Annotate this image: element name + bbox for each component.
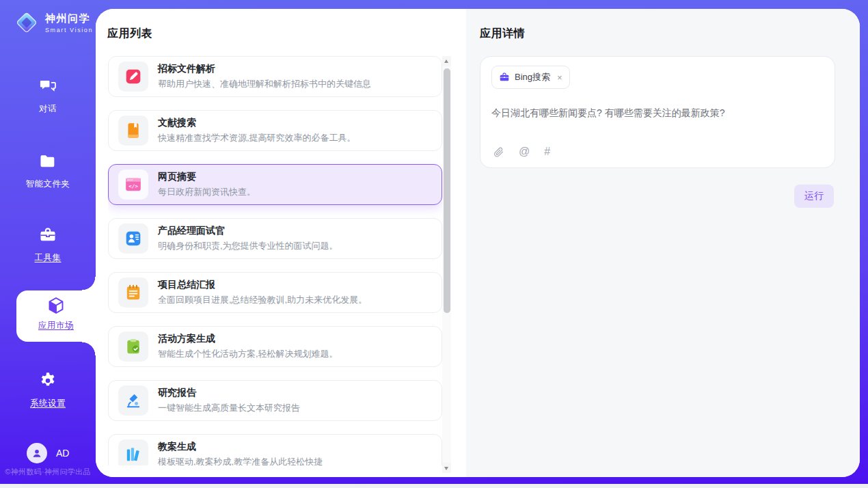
chat-icon [38, 77, 57, 96]
app-list-item[interactable]: 活动方案生成 智能生成个性化活动方案,轻松解决规划难题。 [108, 326, 442, 367]
sidebar-item-toolset[interactable]: 工具集 [0, 226, 96, 264]
active-tab-curve-bottom [82, 342, 96, 355]
prompt-card: Bing搜索 × 今日湖北有哪些新闻要点? 有哪些需要关注的最新政策? @ # [480, 56, 835, 168]
app-name: 产品经理面试官 [158, 225, 338, 237]
app-description: 帮助用户快速、准确地理解和解析招标书中的关键信息 [158, 78, 371, 90]
app-description: 每日政府新闻资讯快查。 [158, 186, 256, 198]
prompt-input[interactable]: 今日湖北有哪些新闻要点? 有哪些需要关注的最新政策? [491, 107, 824, 120]
interview-icon [118, 223, 148, 254]
app-list-item[interactable]: 教案生成 模板驱动,教案秒成,教学准备从此轻松快捷 [108, 434, 442, 465]
sidebar-item-settings[interactable]: 系统设置 [0, 371, 96, 409]
tool-chip-label: Bing搜索 [515, 71, 550, 83]
app-name: 教案生成 [158, 441, 323, 453]
app-list-panel: 应用列表 招标文件解析 帮助用户快速、准确地理解和解析招标书中的关键信息 文献搜… [96, 9, 466, 477]
app-description: 全面回顾项目进展,总结经验教训,助力未来优化发展。 [158, 294, 367, 306]
prompt-toolbar: @ # [493, 146, 550, 158]
sidebar-item-label: 智能文件夹 [0, 178, 96, 190]
app-detail-panel: 应用详情 Bing搜索 × 今日湖北有哪些新闻要点? 有哪些需要关注的最新政策? [466, 9, 860, 477]
gear-icon [38, 371, 57, 390]
app-name: 项目总结汇报 [158, 279, 367, 291]
note-icon [118, 277, 148, 308]
app-detail-title: 应用详情 [480, 27, 525, 41]
sidebar-item-label: 应用市场 [16, 320, 96, 331]
sidebar-item-label: 系统设置 [0, 398, 96, 409]
sidebar-item-label: 对话 [0, 103, 96, 115]
diamond-logo-icon [14, 10, 40, 36]
doc-edit-icon [118, 62, 148, 92]
sidebar-item-smart-folder[interactable]: 智能文件夹 [0, 152, 96, 190]
user-name: AD [56, 448, 69, 459]
app-description: 一键智能生成高质量长文本研究报告 [158, 402, 300, 414]
clipboard-check-icon [118, 331, 148, 362]
app-list-item[interactable]: 产品经理面试官 明确身份和职责,为您提供专业性的面试问题。 [108, 218, 442, 259]
app-list-item[interactable]: 研究报告 一键智能生成高质量长文本研究报告 [108, 380, 442, 421]
books-icon [118, 439, 148, 465]
folder-icon [38, 152, 57, 171]
paperclip-icon[interactable] [493, 146, 504, 158]
app-list-title: 应用列表 [107, 27, 152, 41]
app-list-item[interactable]: </> 网页摘要 每日政府新闻资讯快查。 [108, 164, 442, 205]
main-window: 应用列表 招标文件解析 帮助用户快速、准确地理解和解析招标书中的关键信息 文献搜… [96, 9, 860, 477]
tool-chip-bing-search[interactable]: Bing搜索 × [491, 66, 570, 89]
briefcase-icon [499, 72, 510, 83]
app-description: 快速精准查找学术资源,提高研究效率的必备工具。 [158, 132, 356, 144]
user-account[interactable]: AD [27, 443, 69, 463]
app-list-item[interactable]: 招标文件解析 帮助用户快速、准确地理解和解析招标书中的关键信息 [108, 56, 442, 97]
app-description: 智能生成个性化活动方案,轻松解决规划难题。 [158, 348, 338, 360]
avatar [27, 443, 47, 463]
app-list-item[interactable]: 文献搜索 快速精准查找学术资源,提高研究效率的必备工具。 [108, 110, 442, 151]
scroll-up-icon[interactable] [442, 56, 451, 66]
book-icon [118, 116, 148, 146]
sidebar-item-chat[interactable]: 对话 [0, 77, 96, 115]
toolbox-icon [38, 226, 57, 245]
mention-icon[interactable]: @ [519, 146, 530, 158]
sidebar-item-app-market[interactable]: 应用市场 [16, 290, 96, 342]
cube-icon [46, 295, 66, 316]
copyright-text: ©神州数码·神州问学出品 [0, 467, 96, 477]
brand-name: 神州问学 [45, 12, 93, 25]
scroll-down-icon[interactable] [442, 463, 451, 473]
svg-text:</>: </> [128, 183, 138, 189]
app-name: 招标文件解析 [158, 63, 371, 75]
scrollbar-thumb[interactable] [444, 68, 450, 313]
browser-code-icon: </> [118, 170, 148, 200]
person-icon [30, 446, 44, 460]
sidebar-item-label: 工具集 [0, 252, 96, 264]
close-icon[interactable]: × [557, 73, 562, 82]
app-list-item[interactable]: 项目总结汇报 全面回顾项目进展,总结经验教训,助力未来优化发展。 [108, 272, 442, 313]
app-list: 招标文件解析 帮助用户快速、准确地理解和解析招标书中的关键信息 文献搜索 快速精… [108, 56, 442, 465]
research-icon [118, 385, 148, 416]
app-description: 明确身份和职责,为您提供专业性的面试问题。 [158, 240, 338, 252]
app-name: 文献搜索 [158, 117, 356, 129]
app-name: 研究报告 [158, 387, 300, 399]
active-tab-curve-top [82, 277, 96, 290]
app-frame: 神州问学 Smart Vision 对话 智能文件夹 工具集 应用市场 [0, 0, 868, 484]
app-name: 网页摘要 [158, 171, 256, 183]
brand-logo: 神州问学 Smart Vision [14, 10, 93, 36]
app-description: 模板驱动,教案秒成,教学准备从此轻松快捷 [158, 456, 323, 465]
app-name: 活动方案生成 [158, 333, 338, 345]
topic-icon[interactable]: # [544, 146, 550, 158]
run-button[interactable]: 运行 [794, 185, 834, 208]
scrollbar[interactable] [442, 56, 451, 473]
brand-tagline: Smart Vision [45, 27, 93, 33]
